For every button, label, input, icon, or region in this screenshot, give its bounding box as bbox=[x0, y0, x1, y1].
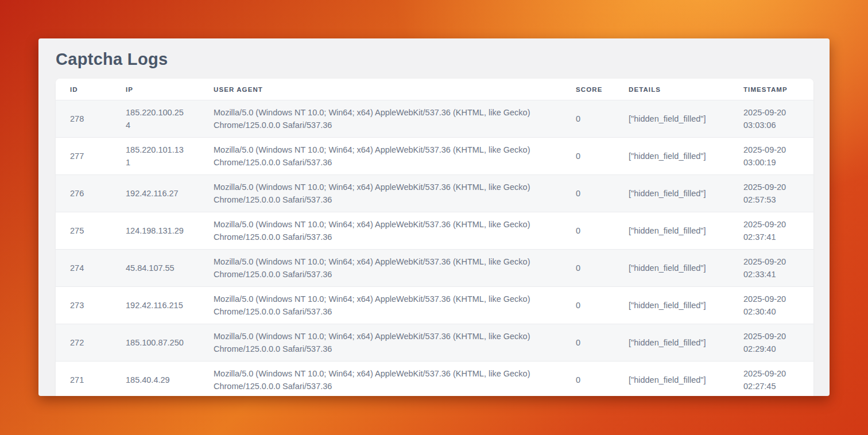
cell-score: 0 bbox=[561, 324, 614, 361]
cell-id: 274 bbox=[56, 249, 111, 286]
table-row: 276192.42.116.27Mozilla/5.0 (Windows NT … bbox=[56, 174, 813, 212]
cell-id: 271 bbox=[56, 361, 111, 396]
cell-score: 0 bbox=[561, 100, 614, 137]
cell-timestamp: 2025-09-20 03:00:19 bbox=[729, 137, 813, 174]
cell-timestamp: 2025-09-20 02:27:45 bbox=[729, 361, 813, 396]
cell-ip: 185.220.101.131 bbox=[111, 137, 199, 174]
column-header-id: ID bbox=[56, 79, 111, 100]
logs-table-container: IDIPUSER AGENTSCOREDETAILSTIMESTAMP 2781… bbox=[56, 79, 813, 396]
cell-user_agent: Mozilla/5.0 (Windows NT 10.0; Win64; x64… bbox=[199, 286, 561, 324]
cell-id: 277 bbox=[56, 137, 111, 174]
cell-score: 0 bbox=[561, 174, 614, 212]
table-header-row: IDIPUSER AGENTSCOREDETAILSTIMESTAMP bbox=[56, 79, 813, 100]
cell-score: 0 bbox=[561, 137, 614, 174]
cell-user_agent: Mozilla/5.0 (Windows NT 10.0; Win64; x64… bbox=[199, 361, 561, 396]
cell-user_agent: Mozilla/5.0 (Windows NT 10.0; Win64; x64… bbox=[199, 249, 561, 286]
column-header-timestamp: TIMESTAMP bbox=[729, 79, 813, 100]
table-body: 278185.220.100.254Mozilla/5.0 (Windows N… bbox=[56, 100, 813, 396]
table-row: 271185.40.4.29Mozilla/5.0 (Windows NT 10… bbox=[56, 361, 813, 396]
cell-details: ["hidden_field_filled"] bbox=[614, 249, 729, 286]
cell-user_agent: Mozilla/5.0 (Windows NT 10.0; Win64; x64… bbox=[199, 137, 561, 174]
cell-user_agent: Mozilla/5.0 (Windows NT 10.0; Win64; x64… bbox=[199, 174, 561, 212]
cell-user_agent: Mozilla/5.0 (Windows NT 10.0; Win64; x64… bbox=[199, 100, 561, 137]
cell-score: 0 bbox=[561, 212, 614, 249]
cell-id: 272 bbox=[56, 324, 111, 361]
cell-ip: 124.198.131.29 bbox=[111, 212, 199, 249]
cell-user_agent: Mozilla/5.0 (Windows NT 10.0; Win64; x64… bbox=[199, 212, 561, 249]
cell-score: 0 bbox=[561, 286, 614, 324]
cell-timestamp: 2025-09-20 02:33:41 bbox=[729, 249, 813, 286]
table-row: 277185.220.101.131Mozilla/5.0 (Windows N… bbox=[56, 137, 813, 174]
cell-details: ["hidden_field_filled"] bbox=[614, 137, 729, 174]
cell-ip: 45.84.107.55 bbox=[111, 249, 199, 286]
cell-id: 278 bbox=[56, 100, 111, 137]
cell-timestamp: 2025-09-20 03:03:06 bbox=[729, 100, 813, 137]
cell-id: 273 bbox=[56, 286, 111, 324]
cell-details: ["hidden_field_filled"] bbox=[614, 212, 729, 249]
cell-id: 276 bbox=[56, 174, 111, 212]
cell-ip: 192.42.116.215 bbox=[111, 286, 199, 324]
table-row: 27445.84.107.55Mozilla/5.0 (Windows NT 1… bbox=[56, 249, 813, 286]
cell-ip: 192.42.116.27 bbox=[111, 174, 199, 212]
cell-details: ["hidden_field_filled"] bbox=[614, 174, 729, 212]
logs-table: IDIPUSER AGENTSCOREDETAILSTIMESTAMP 2781… bbox=[56, 79, 813, 396]
page-title: Captcha Logs bbox=[56, 50, 812, 69]
cell-details: ["hidden_field_filled"] bbox=[614, 286, 729, 324]
cell-details: ["hidden_field_filled"] bbox=[614, 100, 729, 137]
cell-score: 0 bbox=[561, 249, 614, 286]
column-header-user_agent: USER AGENT bbox=[199, 79, 561, 100]
column-header-score: SCORE bbox=[561, 79, 614, 100]
cell-score: 0 bbox=[561, 361, 614, 396]
cell-id: 275 bbox=[56, 212, 111, 249]
cell-timestamp: 2025-09-20 02:57:53 bbox=[729, 174, 813, 212]
captcha-logs-card: Captcha Logs IDIPUSER AGENTSCOREDETAILST… bbox=[38, 38, 830, 396]
cell-timestamp: 2025-09-20 02:29:40 bbox=[729, 324, 813, 361]
table-row: 272185.100.87.250Mozilla/5.0 (Windows NT… bbox=[56, 324, 813, 361]
column-header-details: DETAILS bbox=[614, 79, 729, 100]
table-row: 278185.220.100.254Mozilla/5.0 (Windows N… bbox=[56, 100, 813, 137]
cell-ip: 185.100.87.250 bbox=[111, 324, 199, 361]
cell-details: ["hidden_field_filled"] bbox=[614, 324, 729, 361]
cell-timestamp: 2025-09-20 02:30:40 bbox=[729, 286, 813, 324]
cell-user_agent: Mozilla/5.0 (Windows NT 10.0; Win64; x64… bbox=[199, 324, 561, 361]
cell-ip: 185.220.100.254 bbox=[111, 100, 199, 137]
cell-ip: 185.40.4.29 bbox=[111, 361, 199, 396]
cell-details: ["hidden_field_filled"] bbox=[614, 361, 729, 396]
table-row: 273192.42.116.215Mozilla/5.0 (Windows NT… bbox=[56, 286, 813, 324]
cell-timestamp: 2025-09-20 02:37:41 bbox=[729, 212, 813, 249]
table-row: 275124.198.131.29Mozilla/5.0 (Windows NT… bbox=[56, 212, 813, 249]
column-header-ip: IP bbox=[111, 79, 199, 100]
